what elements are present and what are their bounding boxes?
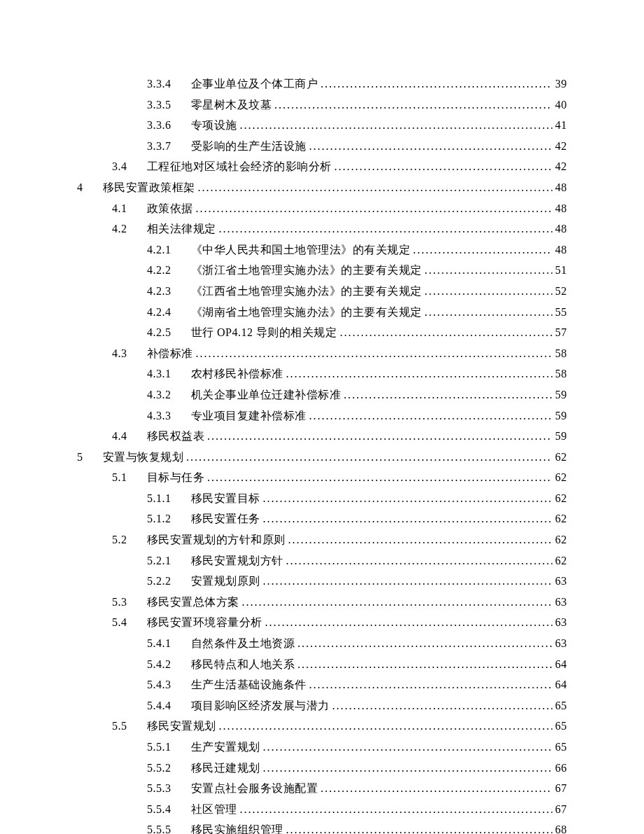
toc-entry: 3.3.4企事业单位及个体工商户39 (77, 74, 567, 95)
toc-entry-number: 5.1 (112, 467, 127, 488)
toc-entry: 4.3补偿标准58 (77, 343, 567, 364)
toc-entry-title: 移民安置政策框架 (103, 177, 195, 198)
toc-leader-dots (309, 136, 553, 157)
toc-entry-number: 5.3 (112, 592, 127, 613)
toc-leader-dots (265, 612, 553, 633)
toc-leader-dots (263, 488, 553, 509)
toc-entry-number: 5.2.2 (147, 571, 172, 592)
toc-entry-title: 世行 OP4.12 导则的相关规定 (191, 322, 337, 343)
toc-entry-title: 移民安置规划 (147, 716, 216, 737)
toc-entry-number: 5.1.1 (147, 488, 172, 509)
toc-leader-dots (321, 778, 552, 799)
toc-entry-page: 68 (555, 819, 567, 834)
toc-entry-number: 5.2.1 (147, 550, 172, 571)
toc-entry-title: 政策依据 (147, 198, 193, 219)
toc-leader-dots (309, 674, 553, 695)
toc-entry-title: 移民安置规划方针 (191, 550, 284, 571)
toc-entry-page: 67 (555, 778, 567, 799)
toc-entry: 4.2.4《湖南省土地管理实施办法》的主要有关规定55 (77, 302, 567, 323)
toc-entry: 4.2.3《江西省土地管理实施办法》的主要有关规定52 (77, 281, 567, 302)
toc-leader-dots (263, 508, 553, 529)
toc-entry: 3.3.5零星树木及坟墓40 (77, 95, 567, 116)
toc-entry: 5.1目标与任务62 (77, 467, 567, 488)
toc-entry-page: 55 (555, 302, 567, 323)
toc-entry: 5.4.2移民特点和人地关系64 (77, 654, 567, 675)
toc-entry-title: 项目影响区经济发展与潜力 (191, 695, 330, 716)
toc-leader-dots (196, 198, 553, 219)
toc-leader-dots (309, 405, 553, 426)
toc-leader-dots (344, 384, 552, 405)
toc-leader-dots (219, 716, 553, 737)
toc-entry: 5.2.2安置规划原则63 (77, 571, 567, 592)
toc-entry-title: 安置规划原则 (191, 571, 260, 592)
toc-entry-number: 4.2.1 (147, 239, 172, 260)
toc-entry-number: 4.2.4 (147, 302, 172, 323)
toc-entry-title: 《浙江省土地管理实施办法》的主要有关规定 (191, 260, 422, 281)
toc-entry-number: 5.2 (112, 529, 127, 550)
toc-entry-number: 4.3.2 (147, 384, 172, 405)
toc-entry-page: 63 (555, 612, 567, 633)
toc-entry-number: 3.3.7 (147, 136, 172, 157)
toc-entry: 5.3移民安置总体方案63 (77, 592, 567, 613)
toc-entry-page: 62 (555, 467, 567, 488)
toc-entry-title: 企事业单位及个体工商户 (191, 74, 318, 95)
toc-entry: 5.2移民安置规划的方针和原则62 (77, 529, 567, 550)
toc-entry-number: 3.4 (112, 156, 127, 177)
toc-leader-dots (298, 633, 552, 654)
toc-entry: 5.4.4项目影响区经济发展与潜力65 (77, 695, 567, 716)
toc-entry: 4.2相关法律规定48 (77, 218, 567, 239)
toc-entry-title: 专业项目复建补偿标准 (191, 405, 307, 426)
toc-entry: 4移民安置政策框架48 (77, 177, 567, 198)
toc-entry-page: 52 (555, 281, 567, 302)
toc-entry-page: 48 (555, 218, 567, 239)
toc-entry-title: 补偿标准 (147, 343, 193, 364)
toc-entry: 3.3.6专项设施41 (77, 115, 567, 136)
toc-entry-page: 62 (555, 447, 567, 468)
toc-entry-title: 移民安置总体方案 (147, 592, 239, 613)
toc-entry-number: 3.3.4 (147, 74, 172, 95)
toc-leader-dots (298, 654, 552, 675)
toc-leader-dots (263, 758, 553, 779)
toc-entry-number: 5.4.4 (147, 695, 172, 716)
toc-entry-number: 4.2.5 (147, 322, 172, 343)
toc-leader-dots (340, 322, 552, 343)
toc-entry-title: 专项设施 (191, 115, 237, 136)
toc-entry-number: 5.4.1 (147, 633, 172, 654)
toc-entry-title: 《中华人民共和国土地管理法》的有关规定 (191, 239, 411, 260)
toc-entry-page: 64 (555, 654, 567, 675)
toc-entry-page: 65 (555, 695, 567, 716)
toc-entry: 4.4移民权益表59 (77, 426, 567, 447)
toc-entry-number: 5.4.2 (147, 654, 172, 675)
toc-entry-page: 48 (555, 177, 567, 198)
toc-entry: 5.5移民安置规划65 (77, 716, 567, 737)
toc-entry-title: 生产生活基础设施条件 (191, 674, 307, 695)
toc-entry-title: 《江西省土地管理实施办法》的主要有关规定 (191, 281, 422, 302)
toc-entry-page: 65 (555, 737, 567, 758)
toc-entry-title: 移民特点和人地关系 (191, 654, 295, 675)
toc-entry-title: 自然条件及土地资源 (191, 633, 295, 654)
toc-entry-page: 48 (555, 239, 567, 260)
toc-entry-title: 移民安置任务 (191, 508, 260, 529)
toc-entry-page: 40 (555, 95, 567, 116)
toc-entry-title: 目标与任务 (147, 467, 205, 488)
toc-leader-dots (425, 260, 553, 281)
toc-entry-number: 4.2 (112, 218, 127, 239)
toc-entry: 4.2.2《浙江省土地管理实施办法》的主要有关规定51 (77, 260, 567, 281)
toc-entry-page: 58 (555, 343, 567, 364)
toc-leader-dots (263, 571, 553, 592)
toc-entry-page: 51 (555, 260, 567, 281)
toc-entry-number: 4.2.2 (147, 260, 172, 281)
toc-leader-dots (286, 550, 553, 571)
toc-entry-page: 62 (555, 488, 567, 509)
toc-entry-page: 59 (555, 384, 567, 405)
toc-leader-dots (186, 447, 552, 468)
toc-entry-number: 4.2.3 (147, 281, 172, 302)
toc-entry-title: 受影响的生产生活设施 (191, 136, 307, 157)
toc-entry-number: 4.3 (112, 343, 127, 364)
toc-entry-number: 5.5.2 (147, 758, 172, 779)
toc-entry: 5.5.4社区管理67 (77, 799, 567, 820)
toc-entry-page: 62 (555, 508, 567, 529)
toc-entry-number: 5.5.5 (147, 819, 172, 834)
toc-entry-number: 5.4.3 (147, 674, 172, 695)
toc-leader-dots (196, 343, 553, 364)
